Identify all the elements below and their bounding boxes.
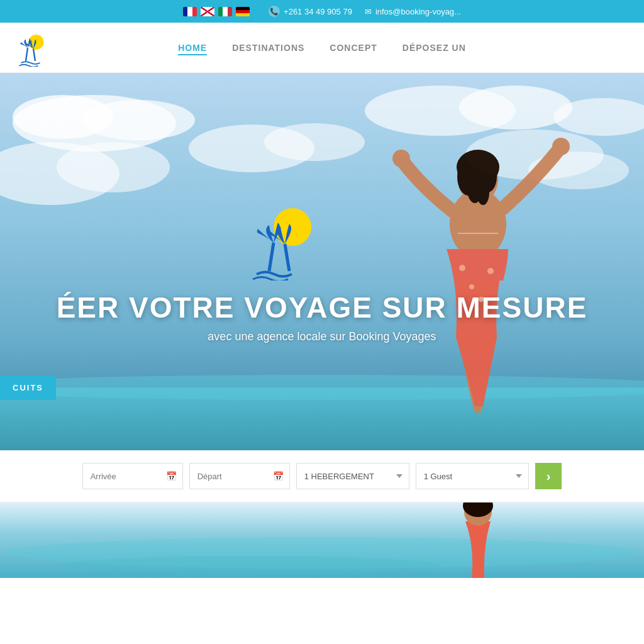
- search-input-wrap-depart: 📅: [189, 463, 290, 489]
- bottom-preview-svg: [0, 502, 644, 578]
- phone-item[interactable]: 📞 +261 34 49 905 79: [269, 6, 352, 17]
- svg-line-34: [285, 244, 289, 271]
- email-icon: ✉: [365, 7, 372, 16]
- hero-logo-overlay: [239, 199, 321, 280]
- nav-links: HOME DESTINATIONS CONCEPT DÉPOSEZ UN: [178, 42, 466, 53]
- depart-input[interactable]: [189, 463, 290, 489]
- svg-point-37: [63, 556, 440, 575]
- search-button[interactable]: ›: [535, 463, 562, 489]
- hero-subtitle: avec une agence locale sur Booking Voyag…: [0, 330, 644, 343]
- nav-item-concept[interactable]: CONCEPT: [330, 42, 377, 53]
- nav-item-deposez[interactable]: DÉPOSEZ UN: [402, 42, 466, 53]
- svg-line-1: [26, 48, 28, 61]
- flag-english[interactable]: [201, 7, 214, 16]
- circuits-tab[interactable]: CUITS: [0, 375, 56, 400]
- flag-italian[interactable]: [218, 7, 232, 16]
- nav-item-destinations[interactable]: DESTINATIONS: [232, 42, 304, 53]
- top-bar: 📞 +261 34 49 905 79 ✉ infos@booking-voya…: [0, 0, 644, 23]
- phone-number: +261 34 49 905 79: [284, 7, 352, 16]
- cloud-3: [126, 167, 239, 191]
- cloud-1: [31, 98, 157, 123]
- cloud-2: [480, 123, 581, 145]
- hero-logo-svg: [239, 199, 321, 280]
- nav-item-home[interactable]: HOME: [178, 42, 207, 53]
- search-input-wrap-arrivee: 📅: [82, 463, 183, 489]
- flag-german[interactable]: [236, 7, 250, 16]
- phone-icon: 📞: [269, 6, 280, 17]
- contact-info: 📞 +261 34 49 905 79 ✉ infos@booking-voya…: [269, 6, 461, 17]
- email-address: infos@booking-voyag...: [375, 7, 461, 16]
- svg-line-33: [269, 243, 274, 271]
- navbar: HOME DESTINATIONS CONCEPT DÉPOSEZ UN: [0, 23, 644, 73]
- email-item[interactable]: ✉ infos@booking-voyag...: [365, 7, 461, 16]
- logo-svg: [13, 29, 50, 67]
- arrivee-input[interactable]: [82, 463, 183, 489]
- bottom-preview: [0, 502, 644, 578]
- hero-section: ÉER VOTRE VOYAGE SUR MESURE avec une age…: [0, 73, 644, 450]
- hero-text: ÉER VOTRE VOYAGE SUR MESURE avec une age…: [0, 292, 644, 343]
- search-section: 📅 📅 1 HEBERGEMENT2 HEBERGEMENTS3 HEBERGE…: [0, 450, 644, 502]
- guest-select[interactable]: 1 Guest2 Guests3 Guests4 Guests: [416, 463, 529, 489]
- hebergement-select[interactable]: 1 HEBERGEMENT2 HEBERGEMENTS3 HEBERGEMENT…: [296, 463, 409, 489]
- search-arrow-icon: ›: [547, 469, 551, 483]
- language-flags[interactable]: [183, 7, 250, 16]
- hero-title: ÉER VOTRE VOYAGE SUR MESURE: [0, 292, 644, 324]
- logo[interactable]: [13, 29, 50, 67]
- flag-french[interactable]: [183, 7, 197, 16]
- svg-line-2: [33, 48, 35, 61]
